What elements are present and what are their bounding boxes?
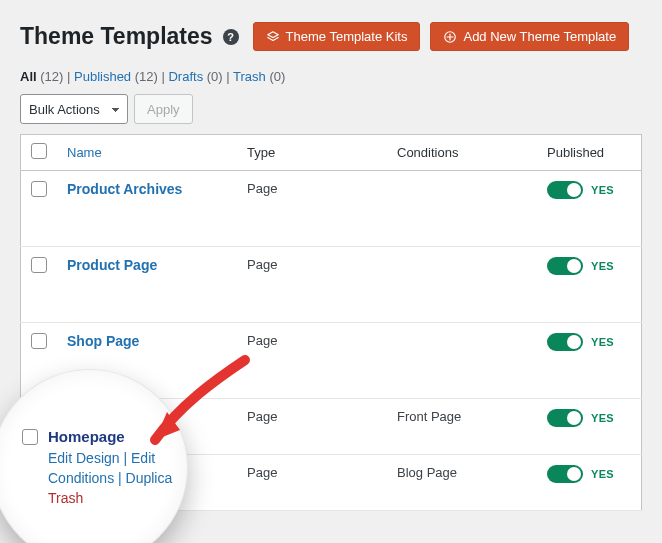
column-type: Type: [237, 135, 387, 171]
toggle-label: YES: [591, 260, 614, 272]
row-type: Page: [237, 455, 387, 511]
row-checkbox[interactable]: [31, 257, 47, 273]
magnified-title[interactable]: Homepage: [48, 426, 182, 448]
row-checkbox[interactable]: [31, 333, 47, 349]
row-conditions: Front Page: [387, 399, 537, 455]
filter-published[interactable]: Published: [74, 69, 131, 84]
trash-link[interactable]: Trash: [48, 490, 83, 506]
filter-all[interactable]: All: [20, 69, 37, 84]
row-type: Page: [237, 247, 387, 323]
column-conditions: Conditions: [387, 135, 537, 171]
row-title-link[interactable]: Product Page: [67, 257, 157, 273]
edit-design-link[interactable]: Edit Design: [48, 450, 120, 466]
row-conditions: [387, 323, 537, 399]
column-published: Published: [537, 135, 642, 171]
row-conditions: [387, 247, 537, 323]
row-checkbox[interactable]: [31, 181, 47, 197]
published-toggle[interactable]: [547, 257, 583, 275]
filter-trash[interactable]: Trash: [233, 69, 266, 84]
toggle-label: YES: [591, 412, 614, 424]
theme-template-kits-button[interactable]: Theme Template Kits: [253, 22, 421, 51]
filter-drafts[interactable]: Drafts: [168, 69, 203, 84]
table-row: Product Archives Page YES: [21, 171, 642, 247]
column-name[interactable]: Name: [57, 135, 237, 171]
help-icon[interactable]: ?: [223, 29, 239, 45]
row-type: Page: [237, 171, 387, 247]
row-title-link[interactable]: Product Archives: [67, 181, 182, 197]
page-title: Theme Templates: [20, 23, 213, 50]
bulk-actions-select[interactable]: Bulk Actions: [20, 94, 128, 124]
toggle-label: YES: [591, 184, 614, 196]
row-type: Page: [237, 323, 387, 399]
published-toggle[interactable]: [547, 181, 583, 199]
apply-button[interactable]: Apply: [134, 94, 193, 124]
row-checkbox[interactable]: [22, 429, 38, 445]
svg-marker-0: [267, 31, 278, 37]
published-toggle[interactable]: [547, 409, 583, 427]
toggle-label: YES: [591, 336, 614, 348]
duplicate-link[interactable]: Duplica: [126, 470, 173, 486]
status-filters: All (12) | Published (12) | Drafts (0) |…: [20, 69, 642, 84]
table-row: Product Page Page YES: [21, 247, 642, 323]
toggle-label: YES: [591, 468, 614, 480]
select-all-checkbox[interactable]: [31, 143, 47, 159]
published-toggle[interactable]: [547, 333, 583, 351]
row-conditions: [387, 171, 537, 247]
published-toggle[interactable]: [547, 465, 583, 483]
row-conditions: Blog Page: [387, 455, 537, 511]
row-type: Page: [237, 399, 387, 455]
layers-icon: [266, 30, 280, 44]
add-new-template-button[interactable]: Add New Theme Template: [430, 22, 629, 51]
plus-circle-icon: [443, 30, 457, 44]
row-title-link[interactable]: Shop Page: [67, 333, 139, 349]
